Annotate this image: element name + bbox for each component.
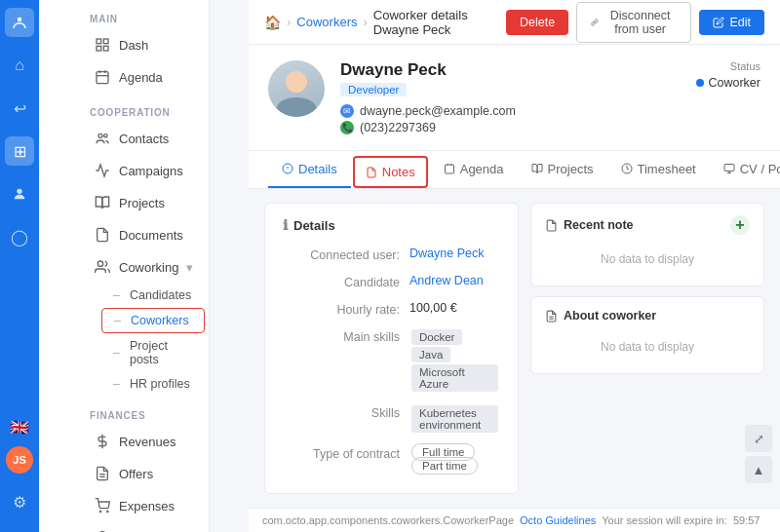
svg-line-18 — [593, 20, 597, 24]
footer-session-text: Your session will expire in: — [602, 514, 727, 526]
campaigns-label: Campaigns — [119, 164, 183, 178]
disconnect-button[interactable]: Disconnect from user — [576, 2, 691, 43]
sidebar-subitem-hr-profiles[interactable]: HR profiles — [101, 372, 205, 396]
sidebar-section-cooperation: COOPERATION — [78, 94, 209, 122]
sidebar-subitem-candidates[interactable]: Candidates — [101, 284, 205, 307]
svg-point-1 — [17, 189, 21, 194]
breadcrumb-current: Coworker details Dwayne Peck — [373, 8, 506, 37]
tab-timesheet[interactable]: Timesheet — [607, 151, 710, 188]
coworkers-label: Coworkers — [131, 314, 189, 327]
tab-timesheet-label: Timesheet — [638, 162, 696, 176]
svg-rect-3 — [103, 39, 108, 44]
value-skills: Kubernetes environment — [410, 404, 500, 434]
label-contract-type: Type of contract — [283, 445, 400, 461]
sidebar-subitem-coworkers[interactable]: Coworkers — [101, 308, 205, 333]
phone-icon: 📞 — [340, 121, 354, 134]
edit-button[interactable]: Edit — [699, 10, 764, 35]
svg-rect-4 — [97, 46, 101, 51]
sidebar-item-coworking[interactable]: Coworking ▾ — [82, 251, 205, 283]
svg-rect-2 — [97, 39, 101, 44]
tab-cv-label: CV / Portfolio — [740, 162, 780, 176]
value-hourly-rate: 100,00 € — [410, 301, 500, 315]
svg-rect-22 — [445, 165, 453, 173]
connected-user-link[interactable]: Dwayne Peck — [410, 247, 484, 260]
tab-agenda[interactable]: Agenda — [430, 151, 518, 188]
fab-expand-button[interactable]: ⤢ — [745, 425, 772, 452]
tab-projects[interactable]: Projects — [518, 151, 607, 188]
sidebar-item-revenues[interactable]: Revenues — [82, 426, 205, 457]
profile-section: Dwayne Peck Developer ✉ dwayne.peck@exam… — [249, 45, 780, 151]
status-value: Coworker — [709, 76, 761, 90]
phone-value: (023)2297369 — [360, 121, 436, 134]
tab-cv-portfolio[interactable]: CV / Portfolio — [710, 151, 780, 188]
sidebar-item-agenda[interactable]: Agenda — [82, 61, 205, 93]
sidebar-item-projects[interactable]: Projects — [82, 187, 205, 218]
edit-label: Edit — [729, 16, 751, 29]
sidebar-item-documents[interactable]: Documents — [82, 219, 205, 250]
detail-row-candidate: Candidate Andrew Dean — [283, 274, 500, 289]
about-coworker-title: About coworker — [545, 309, 656, 323]
contract-part-time: Part time — [411, 457, 478, 475]
user-avatar[interactable]: JS — [6, 446, 33, 474]
add-note-button[interactable]: + — [730, 215, 750, 235]
footer-link[interactable]: Octo Guidelines — [520, 514, 596, 526]
delete-button[interactable]: Delete — [506, 10, 568, 35]
circle-sidebar-icon[interactable]: ◯ — [5, 222, 34, 251]
tab-details[interactable]: Details — [268, 151, 351, 188]
breadcrumb-home-icon[interactable]: 🏠 — [264, 15, 281, 30]
value-contract-type: Full time Part time — [410, 445, 500, 473]
sidebar-item-dash[interactable]: Dash — [82, 29, 205, 60]
back-sidebar-icon[interactable]: ↩ — [5, 94, 34, 123]
grid-sidebar-icon[interactable]: ⊞ — [5, 136, 34, 166]
svg-point-11 — [104, 134, 107, 137]
breadcrumb: 🏠 › Coworkers › Coworker details Dwayne … — [264, 8, 506, 37]
detail-row-skills: Skills Kubernetes environment — [283, 404, 500, 434]
chevron-down-icon: ▾ — [186, 260, 193, 275]
sidebar-item-contacts[interactable]: Contacts — [82, 123, 205, 154]
sidebar: MAIN Dash Agenda COOPERATION Contacts — [39, 0, 210, 532]
svg-point-16 — [99, 511, 100, 512]
candidate-link[interactable]: Andrew Dean — [410, 274, 484, 287]
sidebar-nav: MAIN Dash Agenda COOPERATION Contacts — [78, 0, 209, 532]
person-sidebar-icon[interactable] — [5, 179, 34, 209]
logo-icon[interactable] — [5, 8, 34, 37]
profile-status: Status Coworker — [696, 60, 761, 90]
recent-note-label: Recent note — [564, 218, 634, 232]
detail-row-connected-user: Connected user: Dwayne Peck — [283, 247, 500, 262]
details-panel-title: ℹ Details — [283, 217, 500, 233]
fab-scroll-top-button[interactable]: ▲ — [745, 456, 772, 483]
tab-projects-label: Projects — [548, 162, 594, 176]
breadcrumb-sep2: › — [363, 15, 367, 29]
sidebar-item-products[interactable]: Products — [82, 522, 205, 532]
breadcrumb-parent[interactable]: Coworkers — [296, 15, 357, 29]
about-coworker-header: About coworker — [545, 309, 750, 323]
expenses-label: Expenses — [119, 499, 175, 513]
settings-sidebar-icon[interactable]: ⚙ — [5, 487, 34, 516]
tabs-bar: Details Notes Agenda Projects Timesheet … — [249, 151, 780, 189]
label-hourly-rate: Hourly rate: — [283, 301, 400, 317]
tab-notes-label: Notes — [382, 165, 415, 179]
sidebar-item-expenses[interactable]: Expenses — [82, 490, 205, 521]
home-sidebar-icon[interactable]: ⌂ — [5, 51, 34, 80]
top-bar: 🏠 › Coworkers › Coworker details Dwayne … — [249, 0, 780, 45]
svg-rect-26 — [724, 165, 734, 171]
profile-name: Dwayne Peck — [340, 60, 681, 80]
svg-point-17 — [107, 511, 108, 512]
sidebar-icon-bar: ⌂ ↩ ⊞ ◯ 🇬🇧 JS ⚙ — [0, 0, 39, 532]
svg-rect-5 — [103, 46, 108, 51]
profile-info: Dwayne Peck Developer ✉ dwayne.peck@exam… — [340, 60, 681, 134]
info-icon: ℹ — [283, 217, 288, 233]
right-panels: Recent note + No data to display About c… — [530, 203, 764, 494]
footer-timer: 59:57 — [733, 514, 760, 526]
sidebar-item-campaigns[interactable]: Campaigns — [82, 155, 205, 186]
contacts-label: Contacts — [119, 132, 169, 146]
flag-icon[interactable]: 🇬🇧 — [10, 418, 29, 437]
skill-docker: Docker — [411, 329, 462, 345]
project-posts-label: Project posts — [130, 339, 193, 366]
sidebar-subitem-project-posts[interactable]: Project posts — [101, 334, 205, 371]
tab-notes[interactable]: Notes — [353, 156, 428, 188]
documents-icon — [94, 226, 111, 244]
sidebar-item-offers[interactable]: Offers — [82, 458, 205, 489]
coworking-submenu: Candidates Coworkers Project posts HR pr… — [78, 284, 209, 396]
projects-icon — [94, 194, 111, 211]
